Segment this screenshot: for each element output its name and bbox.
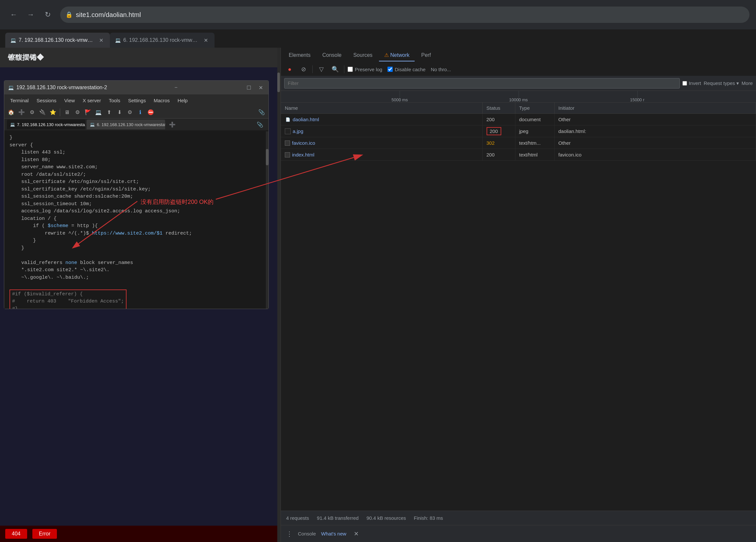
status-box-highlighted: 200 (487, 127, 501, 135)
network-row-2[interactable]: favicon.ico 302 text/htm... Other (281, 137, 756, 149)
clear-button[interactable]: ⊘ (298, 64, 309, 75)
back-button[interactable]: ← (7, 8, 21, 22)
tab-console[interactable]: Console (317, 49, 347, 61)
term-tab-2[interactable]: 💻 6. 192.168.126.130 rock-vmwarestat... … (87, 120, 165, 129)
filter-button[interactable]: ▽ (316, 64, 327, 75)
menu-sessions[interactable]: Sessions (33, 96, 60, 105)
toolbar-upload[interactable]: ⬆ (105, 108, 113, 117)
forward-button[interactable]: → (24, 8, 38, 22)
footer-whats-new-link[interactable]: What's new (321, 531, 346, 536)
tab-network[interactable]: ⚠ Network (379, 49, 415, 61)
network-table[interactable]: Name Status Type Initiator 📄 daolian.htm… (281, 103, 756, 511)
terminal-close[interactable]: ✕ (257, 84, 265, 92)
toolbar-home[interactable]: 🏠 (7, 108, 15, 117)
browser-tab-1[interactable]: 💻 7. 192.168.126.130 rock-vmwarestat... … (5, 33, 110, 48)
toolbar-download[interactable]: ⬇ (115, 108, 124, 117)
row-1-initiator: daolian.html: (555, 126, 756, 137)
row-2-initiator: Other (555, 137, 756, 149)
network-row-0[interactable]: 📄 daolian.html 200 document Other (281, 114, 756, 126)
dt-sep-2 (344, 65, 344, 73)
network-row-1[interactable]: a.jpg 200 jpeg daolian.html: (281, 126, 756, 137)
more-button[interactable]: More (742, 80, 753, 86)
footer-menu-icon[interactable]: ⋮ (286, 530, 293, 538)
col-status: Status (483, 103, 515, 113)
preserve-log-checkbox[interactable] (348, 67, 353, 72)
toolbar-monitor[interactable]: 🖥 (63, 108, 71, 117)
main-scrollbar[interactable] (277, 48, 281, 542)
tab-elements[interactable]: Elements (283, 49, 316, 61)
term-line-10: access_log /data/ssl/log/site2.access.lo… (9, 208, 263, 215)
throttle-text: No thro... (431, 67, 451, 72)
term-comment-1: #if ($invalid_referer) { (12, 291, 124, 298)
term-line-15: } (9, 245, 263, 252)
url-text: site1.com/daolian.html (76, 11, 141, 19)
term-comment-3: #} (12, 305, 124, 309)
security-icon: 🔒 (65, 11, 73, 18)
menu-view[interactable]: View (61, 96, 78, 105)
menu-settings[interactable]: Settings (125, 96, 149, 105)
tab-perf[interactable]: Perf (416, 49, 436, 61)
row-3-initiator: favicon.ico (555, 149, 756, 161)
term-tab-1[interactable]: 💻 7. 192.168.126.130 rock-vmwaresta... ✕ (7, 120, 85, 129)
term-line-6: ssl_certificate /etc/nginx/ssl/site.crt; (9, 178, 263, 186)
terminal-maximize[interactable]: ☐ (245, 84, 253, 92)
row-0-icon: 📄 (285, 117, 291, 123)
page-title: 镲馥摆锩◆ (8, 53, 44, 62)
terminal-minimize[interactable]: − (172, 84, 180, 92)
disable-cache-label[interactable]: Disable cache (387, 67, 425, 72)
term-attach[interactable]: 📎 (254, 120, 266, 129)
toolbar-info[interactable]: ℹ (136, 108, 145, 117)
preserve-log-label[interactable]: Preserve log (348, 67, 382, 72)
request-types-button[interactable]: Request types ▾ (704, 80, 739, 86)
terminal-scrollbar[interactable] (266, 131, 268, 309)
toolbar-settings2[interactable]: ⚙ (73, 108, 82, 117)
menu-tools[interactable]: Tools (106, 96, 124, 105)
main-area: 镲馥摆锩◆ 💻 192.168.126.130 rock-vmwarestati… (0, 48, 756, 542)
search-button[interactable]: 🔍 (330, 64, 341, 75)
footer-console-button[interactable]: Console (298, 531, 316, 536)
term-line-9: ssl_session_timeout 10m; (9, 201, 263, 208)
tab-sources[interactable]: Sources (348, 49, 378, 61)
col-initiator: Initiator (555, 103, 756, 113)
term-line-0: } (9, 134, 263, 142)
tab-1-close[interactable]: ✕ (98, 36, 105, 44)
row-1-status: 200 (483, 126, 515, 137)
network-row-3[interactable]: index.html 200 text/html favicon.ico (281, 149, 756, 161)
toolbar-star[interactable]: ⭐ (49, 108, 57, 117)
row-3-status: 200 (483, 149, 515, 161)
terminal-content[interactable]: } server { listen 443 ssl; listen 80; se… (4, 130, 268, 309)
term-new-tab[interactable]: ➕ (166, 120, 178, 129)
toolbar-attach[interactable]: 📎 (257, 108, 266, 117)
browser-tab-2[interactable]: 💻 6. 192.168.126.130 rock-vmwarestat... … (110, 33, 215, 48)
toolbar-flag[interactable]: 🚩 (84, 108, 92, 117)
filter-input[interactable] (284, 78, 680, 89)
toolbar-new-tab[interactable]: ➕ (17, 108, 26, 117)
toolbar-settings[interactable]: ⚙ (28, 108, 36, 117)
record-button[interactable]: ● (284, 64, 295, 75)
menu-xserver[interactable]: X server (79, 96, 104, 105)
stat-transferred: 91.4 kB transferred (317, 515, 359, 521)
tab-2-close[interactable]: ✕ (202, 36, 209, 44)
invert-label[interactable]: Invert (682, 80, 701, 86)
toolbar-stop[interactable]: ⛔ (146, 108, 155, 117)
network-filter-bar: Invert Request types ▾ More (281, 76, 756, 91)
menu-help[interactable]: Help (174, 96, 191, 105)
address-bar[interactable]: 🔒 site1.com/daolian.html (60, 7, 749, 23)
toolbar-connect[interactable]: 🔌 (38, 108, 47, 117)
disable-cache-checkbox[interactable] (387, 67, 393, 72)
devtools-panel: Elements Console Sources ⚠ Network Perf … (281, 48, 756, 542)
invert-checkbox[interactable] (682, 81, 687, 86)
timeline-marker-3: 15000 r (630, 97, 644, 102)
menu-macros[interactable]: Macros (150, 96, 173, 105)
row-1-name: a.jpg (281, 126, 483, 137)
term-line-3: listen 80; (9, 157, 263, 164)
network-table-header: Name Status Type Initiator (281, 103, 756, 114)
timeline-marker-1: 5000 ms (391, 97, 408, 102)
reload-button[interactable]: ↻ (41, 8, 55, 22)
footer-close-button[interactable]: ✕ (352, 529, 361, 538)
toolbar-gear[interactable]: ⚙ (126, 108, 134, 117)
row-1-type: jpeg (515, 126, 555, 137)
menu-terminal[interactable]: Terminal (7, 96, 32, 105)
row-2-icon (285, 141, 290, 146)
toolbar-terminal[interactable]: 💻 (94, 108, 103, 117)
